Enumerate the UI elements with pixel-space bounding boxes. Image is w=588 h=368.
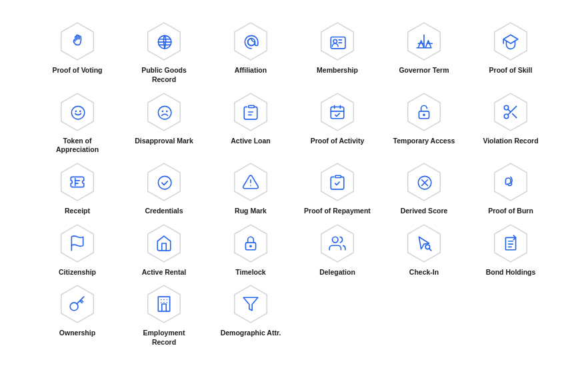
citizenship-label: Citizenship xyxy=(59,268,96,277)
token-disapproval-mark[interactable]: Disapproval Mark xyxy=(124,91,204,155)
ownership-label: Ownership xyxy=(59,329,95,338)
delegation-label: Delegation xyxy=(319,268,355,277)
token-token-of-appreciation[interactable]: Token of Appreciation xyxy=(37,91,117,155)
proof-of-voting-label: Proof of Voting xyxy=(52,66,102,75)
bond-holdings-label: Bond Holdings xyxy=(486,268,536,277)
employment-record-label: Employment Record xyxy=(131,329,197,347)
public-goods-record-label: Public Goods Record xyxy=(131,66,197,84)
token-proof-of-skill[interactable]: Proof of Skill xyxy=(471,21,551,84)
token-derived-score[interactable]: Derived Score xyxy=(384,161,464,216)
token-timelock[interactable]: Timelock xyxy=(211,223,291,277)
token-public-goods-record[interactable]: Public Goods Record xyxy=(124,21,204,84)
token-demographic-attr[interactable]: Demographic Attr. xyxy=(211,283,291,347)
token-of-appreciation-label: Token of Appreciation xyxy=(44,137,111,155)
token-temporary-access[interactable]: Temporary Access xyxy=(384,91,464,155)
token-proof-of-burn[interactable]: Proof of Burn xyxy=(471,161,551,216)
proof-of-activity-label: Proof of Activity xyxy=(311,137,365,146)
token-delegation[interactable]: Delegation xyxy=(297,223,377,277)
token-credentials[interactable]: Credentials xyxy=(124,161,204,216)
temporary-access-label: Temporary Access xyxy=(393,137,455,146)
token-violation-record[interactable]: Violation Record xyxy=(471,91,551,155)
svg-point-9 xyxy=(162,111,163,111)
token-membership[interactable]: Membership xyxy=(297,21,377,84)
demographic-attr-label: Demographic Attr. xyxy=(221,329,281,338)
timelock-label: Timelock xyxy=(235,268,265,277)
proof-of-skill-label: Proof of Skill xyxy=(489,66,533,75)
governor-term-label: Governor Term xyxy=(399,66,449,75)
violation-record-label: Violation Record xyxy=(483,137,538,146)
svg-point-7 xyxy=(80,111,81,111)
token-ownership[interactable]: Ownership xyxy=(37,283,117,347)
check-in-label: Check-In xyxy=(409,268,439,277)
token-citizenship[interactable]: Citizenship xyxy=(37,223,117,277)
disapproval-mark-label: Disapproval Mark xyxy=(135,137,193,146)
active-loan-label: Active Loan xyxy=(231,137,271,146)
token-proof-of-repayment[interactable]: Proof of Repayment xyxy=(297,161,377,216)
membership-label: Membership xyxy=(317,66,358,75)
token-employment-record[interactable]: Employment Record xyxy=(124,283,204,347)
token-affiliation[interactable]: Affiliation xyxy=(211,21,291,84)
credentials-label: Credentials xyxy=(145,207,183,216)
token-grid: Proof of VotingPublic Goods RecordAffili… xyxy=(11,1,577,367)
active-rental-label: Active Rental xyxy=(142,268,187,277)
token-rug-mark[interactable]: Rug Mark xyxy=(211,161,291,216)
receipt-label: Receipt xyxy=(65,207,90,216)
token-proof-of-voting[interactable]: Proof of Voting xyxy=(37,21,117,84)
token-active-loan[interactable]: Active Loan xyxy=(211,91,291,155)
token-proof-of-activity[interactable]: Proof of Activity xyxy=(297,91,377,155)
svg-point-6 xyxy=(75,111,76,111)
token-governor-term[interactable]: Governor Term xyxy=(384,21,464,84)
affiliation-label: Affiliation xyxy=(235,66,267,75)
token-check-in[interactable]: Check-In xyxy=(384,223,464,277)
rug-mark-label: Rug Mark xyxy=(235,207,267,216)
proof-of-burn-label: Proof of Burn xyxy=(488,207,533,216)
derived-score-label: Derived Score xyxy=(401,207,448,216)
proof-of-repayment-label: Proof of Repayment xyxy=(304,207,371,216)
token-receipt[interactable]: Receipt xyxy=(37,161,117,216)
svg-point-10 xyxy=(167,111,167,111)
token-bond-holdings[interactable]: Bond Holdings xyxy=(471,223,551,277)
token-active-rental[interactable]: Active Rental xyxy=(124,223,204,277)
